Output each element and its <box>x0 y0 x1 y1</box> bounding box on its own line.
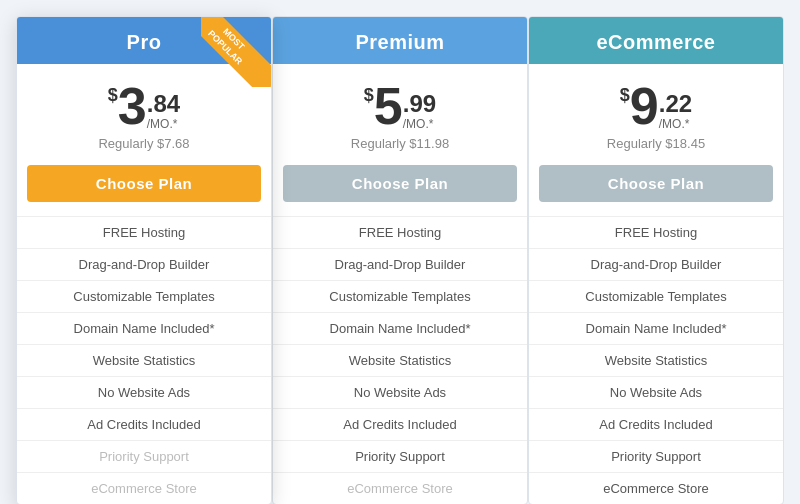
feature-item: Drag-and-Drop Builder <box>529 248 783 280</box>
price-dollar-pro: $ <box>108 86 118 104</box>
feature-item: Priority Support <box>529 440 783 472</box>
feature-item: Drag-and-Drop Builder <box>273 248 527 280</box>
feature-item: Website Statistics <box>273 344 527 376</box>
choose-plan-button-premium[interactable]: Choose Plan <box>283 165 517 202</box>
price-decimal-ecommerce: .22 <box>659 92 692 116</box>
feature-item: eCommerce Store <box>17 472 271 504</box>
price-decimal-pro: .84 <box>147 92 180 116</box>
feature-item: No Website Ads <box>273 376 527 408</box>
price-period-ecommerce: /MO.* <box>659 118 690 130</box>
price-dollar-premium: $ <box>364 86 374 104</box>
pricing-container: Pro$3.84/MO.*Regularly $7.68Choose PlanF… <box>16 16 784 504</box>
price-regularly-ecommerce: Regularly $18.45 <box>539 136 773 151</box>
feature-item: Domain Name Included* <box>17 312 271 344</box>
plan-card-premium: Premium$5.99/MO.*Regularly $11.98Choose … <box>272 16 528 504</box>
feature-item: eCommerce Store <box>529 472 783 504</box>
price-decimal-premium: .99 <box>403 92 436 116</box>
price-regularly-premium: Regularly $11.98 <box>283 136 517 151</box>
feature-item: Customizable Templates <box>17 280 271 312</box>
feature-item: Ad Credits Included <box>273 408 527 440</box>
feature-item: Customizable Templates <box>529 280 783 312</box>
feature-item: Ad Credits Included <box>529 408 783 440</box>
feature-item: Domain Name Included* <box>273 312 527 344</box>
price-whole-ecommerce: 9 <box>630 80 659 132</box>
price-block-ecommerce: $9.22/MO.*Regularly $18.45 <box>529 64 783 165</box>
features-list-premium: FREE HostingDrag-and-Drop BuilderCustomi… <box>273 216 527 504</box>
most-popular-badge <box>201 17 271 87</box>
feature-item: No Website Ads <box>17 376 271 408</box>
price-period-pro: /MO.* <box>147 118 178 130</box>
plan-header-ecommerce: eCommerce <box>529 17 783 64</box>
feature-item: Domain Name Included* <box>529 312 783 344</box>
choose-plan-button-pro[interactable]: Choose Plan <box>27 165 261 202</box>
feature-item: Website Statistics <box>529 344 783 376</box>
feature-item: FREE Hosting <box>273 216 527 248</box>
feature-item: Ad Credits Included <box>17 408 271 440</box>
feature-item: Customizable Templates <box>273 280 527 312</box>
feature-item: FREE Hosting <box>17 216 271 248</box>
price-period-premium: /MO.* <box>403 118 434 130</box>
features-list-pro: FREE HostingDrag-and-Drop BuilderCustomi… <box>17 216 271 504</box>
feature-item: No Website Ads <box>529 376 783 408</box>
feature-item: Drag-and-Drop Builder <box>17 248 271 280</box>
price-whole-pro: 3 <box>118 80 147 132</box>
feature-item: Website Statistics <box>17 344 271 376</box>
plan-card-pro: Pro$3.84/MO.*Regularly $7.68Choose PlanF… <box>16 16 272 504</box>
plan-name-premium: Premium <box>283 31 517 54</box>
plan-header-premium: Premium <box>273 17 527 64</box>
price-whole-premium: 5 <box>374 80 403 132</box>
price-block-premium: $5.99/MO.*Regularly $11.98 <box>273 64 527 165</box>
price-regularly-pro: Regularly $7.68 <box>27 136 261 151</box>
features-list-ecommerce: FREE HostingDrag-and-Drop BuilderCustomi… <box>529 216 783 504</box>
feature-item: FREE Hosting <box>529 216 783 248</box>
price-dollar-ecommerce: $ <box>620 86 630 104</box>
plan-name-ecommerce: eCommerce <box>539 31 773 54</box>
choose-plan-button-ecommerce[interactable]: Choose Plan <box>539 165 773 202</box>
feature-item: Priority Support <box>17 440 271 472</box>
plan-card-ecommerce: eCommerce$9.22/MO.*Regularly $18.45Choos… <box>528 16 784 504</box>
feature-item: eCommerce Store <box>273 472 527 504</box>
feature-item: Priority Support <box>273 440 527 472</box>
